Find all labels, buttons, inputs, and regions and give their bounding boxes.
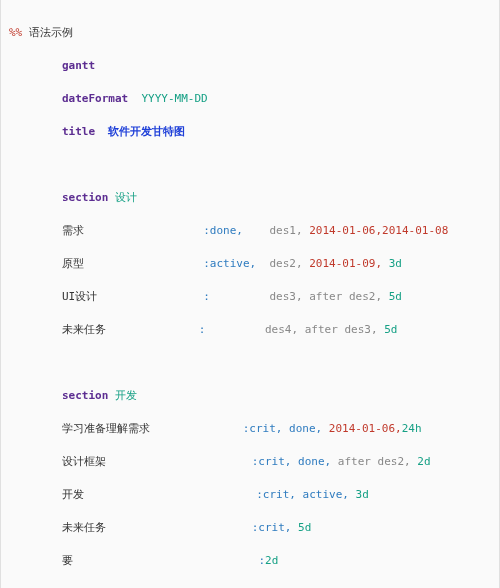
- task-attr: :crit, done,: [243, 422, 322, 435]
- task-name: UI设计: [62, 290, 97, 303]
- task-name: 学习准备理解需求: [62, 422, 150, 435]
- section-name: 开发: [115, 389, 137, 402]
- task-after: after des3,: [305, 323, 378, 336]
- code-block: %% 语法示例 gantt dateFormat YYYY-MM-DD titl…: [0, 0, 500, 588]
- kw-gantt: gantt: [62, 59, 95, 72]
- directive-text: 语法示例: [29, 26, 73, 39]
- task-attr: :crit, active,: [256, 488, 349, 501]
- task-date: 2014-01-06,: [309, 224, 382, 237]
- task-id: des2,: [269, 257, 302, 270]
- task-dur: 2d: [417, 455, 430, 468]
- directive: %%: [9, 26, 22, 39]
- task-after: after des2,: [309, 290, 382, 303]
- task-name: 未来任务: [62, 323, 106, 336]
- task-name: 设计框架: [62, 455, 106, 468]
- task-name: 要: [62, 554, 73, 567]
- kw-title: title: [62, 125, 95, 138]
- task-attr: :: [199, 323, 206, 336]
- task-id: des3,: [269, 290, 302, 303]
- task-dur: 3d: [389, 257, 402, 270]
- task-name: 开发: [62, 488, 84, 501]
- task-name: 需求: [62, 224, 84, 237]
- section-name: 设计: [115, 191, 137, 204]
- task-attr: :done,: [203, 224, 243, 237]
- task-after: after des2,: [338, 455, 411, 468]
- task-date: 2014-01-08: [382, 224, 448, 237]
- task-attr: :crit, done,: [252, 455, 331, 468]
- task-dur: 5d: [298, 521, 311, 534]
- task-dur: 3d: [356, 488, 369, 501]
- task-dur: 24h: [402, 422, 422, 435]
- dateformat-value: YYYY-MM-DD: [141, 92, 207, 105]
- task-dur: 2d: [265, 554, 278, 567]
- kw-section: section: [62, 389, 108, 402]
- task-name: 原型: [62, 257, 84, 270]
- title-value: 软件开发甘特图: [108, 125, 185, 138]
- task-id: des4,: [265, 323, 298, 336]
- task-attr: :crit,: [252, 521, 292, 534]
- task-id: des1,: [269, 224, 302, 237]
- task-date: 2014-01-06,: [329, 422, 402, 435]
- task-dur: 5d: [384, 323, 397, 336]
- task-attr: :active,: [203, 257, 256, 270]
- task-name: 未来任务: [62, 521, 106, 534]
- kw-dateformat: dateFormat: [62, 92, 128, 105]
- task-dur: 5d: [389, 290, 402, 303]
- task-date: 2014-01-09,: [309, 257, 382, 270]
- task-attr: :: [203, 290, 210, 303]
- kw-section: section: [62, 191, 108, 204]
